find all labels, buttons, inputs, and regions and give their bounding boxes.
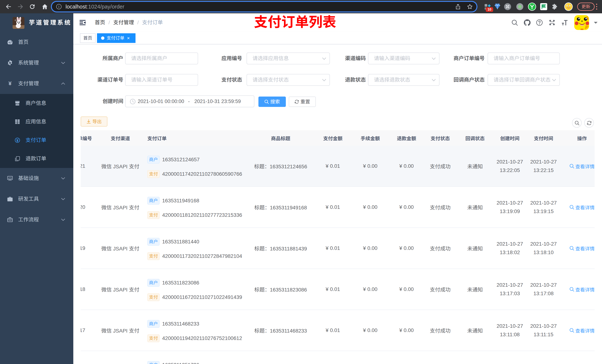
sidebar-item-system[interactable]: 系统管理 bbox=[0, 52, 73, 73]
browser-reload-icon[interactable] bbox=[29, 3, 35, 10]
top-navbar: 首页/支付管理/支付订单 支付订单列表 bbox=[73, 13, 602, 32]
cell-refund: ¥ 0.00 bbox=[392, 310, 421, 351]
cell-amount bbox=[317, 351, 349, 364]
pay-order-icon bbox=[15, 138, 20, 143]
infrastructure-icon bbox=[7, 175, 13, 181]
cell-amount: ¥ 0.01 bbox=[317, 146, 349, 187]
sidebar-item-refund-order[interactable]: 退款订单 bbox=[0, 149, 73, 168]
view-detail-link[interactable]: 查看详情 bbox=[570, 327, 595, 334]
sidebar-item-merchant-info[interactable]: 商户信息 bbox=[0, 94, 73, 113]
address-bar[interactable]: localhost:1024/pay/order bbox=[52, 2, 476, 11]
user-avatar[interactable] bbox=[574, 15, 589, 30]
cell-fee: ¥ 0.00 bbox=[349, 228, 392, 269]
sidebar-logo[interactable]: 芋道管理系统 bbox=[0, 13, 73, 32]
date-start-value[interactable]: 2021-10-01 00:00:00 bbox=[138, 96, 184, 107]
bookmark-star-icon[interactable] bbox=[467, 4, 473, 10]
breadcrumb-home[interactable]: 首页 bbox=[95, 20, 105, 25]
table-row[interactable]: 17 微信 JSAPI 支付 商户1635311468233 支付4200001… bbox=[81, 310, 595, 351]
profile-avatar-icon[interactable] bbox=[564, 2, 573, 11]
pay-no: 4200001194202110276752100612 bbox=[162, 335, 242, 341]
fullscreen-icon[interactable] bbox=[549, 19, 555, 26]
cell-refund: ¥ 0.00 bbox=[392, 228, 421, 269]
close-icon[interactable]: × bbox=[127, 36, 131, 40]
table-row[interactable]: 21 微信 JSAPI 支付 商户1635312124657 支付4200001… bbox=[81, 146, 595, 187]
cell-actions: 查看详情 bbox=[558, 228, 595, 269]
url-text[interactable]: localhost:1024/pay/order bbox=[65, 2, 124, 11]
cell-notify-status: 未通知 bbox=[459, 269, 491, 310]
filter-input-merchant-order-no[interactable]: 请输入商户订单编号 bbox=[488, 52, 560, 64]
help-icon[interactable] bbox=[536, 19, 543, 26]
extensions-puzzle-icon[interactable] bbox=[551, 3, 559, 10]
extension-flag-icon[interactable] bbox=[540, 3, 547, 10]
chevron-down-icon bbox=[552, 79, 556, 81]
cell-notify-status: 未通知 bbox=[459, 310, 491, 351]
cell-actions: 查看详情 bbox=[558, 310, 595, 351]
view-detail-link[interactable]: 查看详情 bbox=[570, 286, 595, 293]
reset-button[interactable]: 重置 bbox=[289, 96, 316, 107]
browser-back-icon[interactable] bbox=[5, 3, 12, 10]
merchant-no: 1635311351736 bbox=[162, 362, 199, 364]
sidebar-item-app-info[interactable]: 应用信息 bbox=[0, 113, 73, 131]
table-row[interactable]: 18 微信 JSAPI 支付 商户1635311823086 支付4200001… bbox=[81, 269, 595, 310]
merchant-no: 1635311823086 bbox=[162, 280, 199, 286]
cell-pay-order: 商户1635311949168 支付4200001181202110277723… bbox=[144, 187, 244, 228]
filter-select-refund-status[interactable]: 请选择退款状态 bbox=[368, 74, 440, 86]
sidebar-item-devtools[interactable]: 研发工具 bbox=[0, 189, 73, 209]
table-row[interactable]: 20 微信 JSAPI 支付 商户1635311949168 支付4200001… bbox=[81, 187, 595, 228]
view-detail-link[interactable]: 查看详情 bbox=[570, 163, 595, 170]
extension-command-icon[interactable] bbox=[504, 3, 511, 10]
date-end-value[interactable]: 2021-10-31 23:59:59 bbox=[194, 96, 241, 107]
merchant-tag: 商户 bbox=[147, 197, 160, 205]
table-row[interactable]: 19 微信 JSAPI 支付 商户1635311881440 支付4200001… bbox=[81, 228, 595, 269]
sidebar-item-label: 首页 bbox=[18, 32, 29, 52]
browser-home-icon[interactable] bbox=[42, 3, 48, 10]
view-detail-link[interactable]: 查看详情 bbox=[570, 245, 595, 252]
browser-toolbar: localhost:1024/pay/order 10 bbox=[0, 0, 602, 13]
sidebar-item-pay-order[interactable]: 支付订单 bbox=[0, 131, 73, 149]
browser-update-button[interactable]: 更新 bbox=[577, 3, 595, 11]
filter-select-notify-status[interactable]: 请选择订单回调商户状态 bbox=[488, 74, 560, 86]
sidebar-item-home[interactable]: 首页 bbox=[0, 32, 73, 52]
share-icon[interactable] bbox=[455, 4, 461, 10]
cell-create-time: 2021-10-2713:19:09 bbox=[491, 187, 529, 228]
cell-pay-order: 商户1635312124657 支付4200001174202110278060… bbox=[144, 146, 244, 187]
tag-home[interactable]: 首页 bbox=[80, 33, 96, 43]
browser-forward-icon[interactable] bbox=[17, 3, 24, 10]
caret-down-icon[interactable] bbox=[594, 22, 598, 26]
hamburger-icon[interactable] bbox=[80, 20, 86, 25]
browser-menu-icon[interactable] bbox=[596, 4, 597, 11]
cell-channel: 微信 JSAPI 支付 bbox=[97, 310, 144, 351]
filter-select-channel-code[interactable]: 请输入渠道编码 bbox=[368, 52, 440, 64]
font-size-icon[interactable] bbox=[561, 19, 568, 26]
extension-recorder-icon[interactable] bbox=[516, 3, 524, 10]
cell-pay-time: 2021-10-2713:11:15 bbox=[529, 310, 558, 351]
date-range-picker[interactable]: 2021-10-01 00:00:00 - 2021-10-31 23:59:5… bbox=[125, 95, 254, 107]
tag-pay-order[interactable]: 支付订单× bbox=[97, 33, 136, 43]
pay-no: 4200001173202110272847982104 bbox=[162, 253, 242, 259]
header-search-icon[interactable] bbox=[511, 19, 518, 26]
extension-gem-icon[interactable] bbox=[494, 3, 501, 10]
table-row[interactable]: 16 商户1635311351736 bbox=[81, 351, 595, 364]
filter-select-app[interactable]: 请选择应用信息 bbox=[247, 52, 330, 64]
filter-label-pay-status: 支付状态 bbox=[201, 74, 242, 86]
sidebar-item-infrastructure[interactable]: 基础设施 bbox=[0, 168, 73, 189]
refresh-list-button[interactable] bbox=[584, 118, 594, 128]
site-info-icon[interactable] bbox=[56, 4, 62, 10]
filter-input-merchant[interactable]: 请选择所属商户 bbox=[125, 52, 198, 64]
sidebar-item-payment[interactable]: ¥ 支付管理 bbox=[0, 73, 73, 94]
sidebar-item-workflow[interactable]: 工作流程 bbox=[0, 209, 73, 230]
extension-y-icon[interactable] bbox=[528, 3, 536, 11]
filter-input-channel-order-no[interactable]: 请输入渠道订单号 bbox=[125, 74, 198, 86]
hide-search-button[interactable] bbox=[572, 118, 582, 128]
breadcrumb-current: 支付订单 bbox=[142, 20, 163, 25]
tag-label: 首页 bbox=[83, 35, 92, 41]
view-detail-link[interactable]: 查看详情 bbox=[570, 204, 595, 211]
merchant-no: 1635312124657 bbox=[162, 157, 200, 163]
github-icon[interactable] bbox=[524, 19, 531, 26]
cell-channel bbox=[97, 351, 144, 364]
filter-select-pay-status[interactable]: 请选择支付状态 bbox=[247, 74, 330, 86]
search-button[interactable]: 搜索 bbox=[258, 96, 286, 107]
cell-fee: ¥ 0.00 bbox=[349, 269, 392, 310]
export-button[interactable]: 导出 bbox=[81, 116, 107, 126]
breadcrumb-pay-manage[interactable]: 支付管理 bbox=[113, 20, 134, 25]
